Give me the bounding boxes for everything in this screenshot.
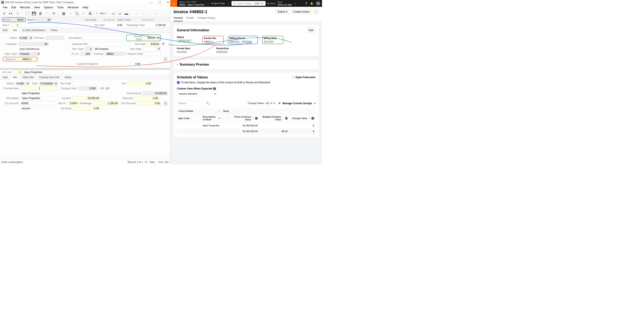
menu-options[interactable]: Options: [44, 6, 54, 9]
retpct-field[interactable]: 5.00%: [67, 101, 78, 105]
line-retainage-field[interactable]: 1,250.00: [94, 101, 119, 105]
contractitem-field[interactable]: 1: [21, 87, 58, 90]
new-icon[interactable]: 📄: [25, 11, 30, 16]
home-icon[interactable]: ⌂: [170, 0, 177, 7]
search-input[interactable]: 🔍 Search Project Cmd K: [232, 1, 266, 6]
gear-icon[interactable]: ⚙: [278, 102, 281, 105]
line-tab-info[interactable]: Info: [10, 75, 20, 80]
dots-icon[interactable]: ⋮: [190, 117, 193, 120]
tab-change-history[interactable]: Change History: [198, 17, 215, 21]
create-invoice-button[interactable]: Create Invoice: [291, 9, 312, 14]
avatar[interactable]: DE: [316, 1, 320, 6]
custref-field[interactable]: [90, 42, 130, 46]
taxbasis-field[interactable]: 0.00: [74, 107, 100, 110]
fullscreen-button[interactable]: Open Fullscreen: [296, 76, 316, 79]
invoice-field[interactable]: 46802-1: [18, 57, 37, 61]
customer-field[interactable]: 93: [19, 42, 48, 46]
clear-icon[interactable]: ✕: [270, 102, 272, 105]
eye-icon[interactable]: 👁: [145, 160, 147, 163]
gl-field[interactable]: 40000.: [20, 101, 56, 105]
maximize-icon[interactable]: ☐: [158, 1, 161, 4]
chevron-down-icon[interactable]: ▾: [81, 11, 86, 16]
tab-misc[interactable]: ▤Misc Distributions: [20, 28, 48, 33]
help-icon[interactable]: ?: [255, 117, 258, 120]
tax-field[interactable]: 0.00: [128, 82, 152, 86]
chevron-down-icon[interactable]: ▾: [227, 2, 230, 5]
edit-button[interactable]: Edit: [307, 28, 316, 33]
panel1-icon[interactable]: ▭: [111, 11, 116, 16]
prev-icon[interactable]: ‹: [141, 11, 145, 16]
help-icon[interactable]: ❔: [304, 2, 309, 5]
colview-select[interactable]: Industry Standard▾: [177, 91, 218, 96]
line-tab-other[interactable]: Other Info: [20, 75, 36, 80]
help-icon[interactable]: ?: [285, 117, 288, 120]
edit-icon[interactable]: ✎: [218, 117, 220, 120]
project-picker[interactable]: Agave Demo ERP 46802 - Apex Properties: [177, 0, 206, 7]
menu-help[interactable]: Help: [83, 6, 88, 9]
last-icon[interactable]: »: [154, 11, 158, 16]
close-icon[interactable]: ✕: [166, 1, 169, 4]
help-icon[interactable]: ?: [213, 87, 216, 90]
chevron-right-icon[interactable]: ›: [177, 63, 178, 66]
tab-info[interactable]: Info: [10, 28, 20, 33]
sliders-icon[interactable]: ≡: [314, 102, 316, 105]
dots-icon[interactable]: ⋮: [252, 117, 254, 120]
help-icon[interactable]: ?: [311, 117, 314, 120]
taxdisc-field[interactable]: 0.00: [138, 101, 161, 105]
save-icon[interactable]: 💾: [32, 11, 36, 16]
taxcode-field[interactable]: [73, 82, 87, 86]
expand-icon[interactable]: »: [164, 101, 168, 106]
line-action-select[interactable]: A-Add▾: [16, 82, 30, 86]
kebab-icon[interactable]: ⋮: [313, 9, 319, 14]
menu-edit[interactable]: Edit: [11, 6, 16, 9]
line-type-select[interactable]: C-Contract▾: [40, 82, 58, 86]
star-icon[interactable]: ★: [267, 2, 269, 5]
tools-picker[interactable]: Project Tools: [210, 0, 227, 7]
splitter[interactable]: [0, 68, 170, 70]
tab-general[interactable]: General: [174, 17, 183, 21]
export-button[interactable]: Export▾: [276, 9, 290, 14]
tab-notes[interactable]: Notes: [48, 28, 60, 33]
resize-icon[interactable]: ↔: [218, 110, 220, 113]
artrans-field[interactable]: [46, 36, 64, 40]
transtype-select[interactable]: I-Invoice▾: [19, 52, 40, 56]
manage-groups-button[interactable]: Manage Custom Groups: [282, 102, 312, 105]
duedate-field[interactable]: 9/30/24: [148, 42, 160, 46]
panel2-icon[interactable]: ▭: [118, 11, 122, 16]
expand-icon[interactable]: »: [163, 57, 168, 61]
chevron-down-icon[interactable]: ▾: [94, 11, 99, 16]
next-icon[interactable]: ›: [147, 11, 152, 16]
contractunits-field[interactable]: 0.000: [79, 87, 97, 90]
seq-field[interactable]: 1: [11, 23, 20, 27]
reason-field[interactable]: [145, 52, 161, 56]
discount-field[interactable]: 0.00: [134, 96, 159, 100]
action-select[interactable]: A-Add▾: [19, 36, 32, 40]
line-tab-contract[interactable]: Contract Item Info: [36, 75, 62, 80]
rectype-field[interactable]: 1: [85, 47, 93, 51]
refresh-icon[interactable]: ⟳: [52, 11, 56, 16]
arline-field[interactable]: 1: [13, 70, 22, 74]
chevron-down-icon[interactable]: ▾: [206, 2, 210, 5]
print-icon[interactable]: 🖶: [88, 11, 92, 16]
menu-view[interactable]: View: [34, 6, 40, 9]
menu-tools[interactable]: Tools: [57, 6, 64, 9]
spellcheck-icon[interactable]: ABC✔: [101, 11, 106, 16]
grid-icon[interactable]: ▦: [62, 11, 66, 16]
menu-file[interactable]: File: [3, 6, 8, 9]
sov-search-input[interactable]: Search🔍: [177, 101, 211, 106]
calendar-icon[interactable]: 📅: [162, 43, 165, 46]
line-desc-field[interactable]: Apex Properties: [21, 96, 58, 100]
panel3-icon[interactable]: ▬: [124, 11, 129, 16]
calendar-icon[interactable]: 📅: [158, 48, 160, 51]
chevron-down-icon[interactable]: ▾: [68, 11, 72, 16]
batch-field[interactable]: 26: [38, 18, 52, 22]
amount-field[interactable]: 25,000.00: [72, 96, 100, 100]
gear-icon[interactable]: ⚙: [15, 11, 20, 16]
undo-icon[interactable]: ↶: [45, 11, 50, 16]
binoculars-icon[interactable]: 👀: [9, 11, 13, 16]
line-tab-grid[interactable]: Grid: [0, 75, 10, 80]
menu-records[interactable]: Records: [20, 6, 30, 9]
delete-icon[interactable]: 🗑: [38, 11, 43, 16]
invdate-field[interactable]: 9/2/24: [143, 36, 156, 40]
seq-desc-field[interactable]: [21, 23, 61, 27]
